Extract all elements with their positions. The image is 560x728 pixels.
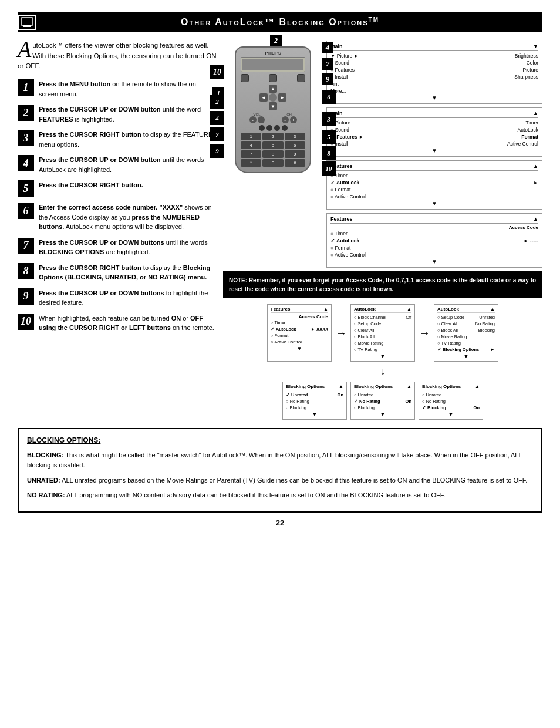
- step-text-10: When highlighted, each feature can be tu…: [39, 314, 217, 333]
- step-text-8: Press the CURSOR RIGHT button to display…: [39, 263, 217, 282]
- btn-0[interactable]: 0: [262, 159, 283, 167]
- overlay-7-b: 7: [210, 127, 224, 141]
- step-number-2: 2: [18, 105, 34, 121]
- ch-btns: - +: [282, 116, 297, 123]
- bm3-arrow: ▲: [490, 306, 495, 312]
- btn-star[interactable]: *: [241, 159, 261, 167]
- step-number-8: 8: [18, 263, 34, 279]
- stop-btn[interactable]: [282, 125, 288, 131]
- bm2-mr: ○ Movie Rating: [354, 340, 411, 346]
- step-text-2: Press the CURSOR UP or DOWN button until…: [39, 105, 217, 124]
- btn-7[interactable]: 7: [241, 150, 261, 158]
- menu-item-install2: ○ Install Active Control: [330, 140, 538, 147]
- remote-brand: PHILIPS: [241, 51, 305, 55]
- step-text-5: Press the CURSOR RIGHT button.: [39, 180, 143, 190]
- bm-active: ○ Active Control: [271, 339, 328, 345]
- blocking-opts-1: Blocking Options ▲ ✓ Unrated On ○ No Rat…: [282, 382, 347, 420]
- bo2-nr-label: ✓ No Rating: [354, 399, 380, 404]
- bottom-row-1: Features ▲ Access Code ○ Timer ✓ AutoLoc…: [223, 304, 542, 362]
- cursor-down[interactable]: ▼: [269, 102, 277, 110]
- overlay-4: 4: [322, 42, 333, 53]
- step-9: 9 Press the CURSOR UP or DOWN buttons to…: [18, 288, 217, 308]
- btn-1[interactable]: 1: [241, 133, 261, 140]
- blocking-opts-3: Blocking Options ▲ ○ Unrated ○ No Rating…: [419, 382, 483, 420]
- step-number-6: 6: [18, 203, 34, 219]
- cursor-left[interactable]: ◄: [259, 93, 268, 102]
- cursor-up[interactable]: ▲: [269, 85, 277, 93]
- btn-6[interactable]: 6: [285, 141, 305, 149]
- bm3-title: AutoLock ▲: [437, 306, 495, 313]
- bo1-down: ▼: [286, 411, 343, 417]
- btn-8[interactable]: 8: [262, 150, 283, 158]
- bm3-ba-right: Blocking: [478, 328, 495, 333]
- menu-arrow: ▼: [533, 43, 538, 49]
- step-6: 6 Enter the correct access code number. …: [18, 203, 217, 232]
- menu-title-main1: Main ▼: [330, 43, 538, 51]
- remote-btn-exit[interactable]: [297, 74, 305, 82]
- step-8: 8 Press the CURSOR RIGHT button to displ…: [18, 263, 217, 282]
- bo3-bl-right: On: [474, 405, 480, 410]
- step-number-5: 5: [18, 180, 34, 197]
- feat-timer: ○ Timer: [330, 172, 538, 179]
- info-box: BLOCKING OPTIONS: BLOCKING: This is what…: [18, 428, 542, 513]
- info-blocking: BLOCKING: This is what might be called t…: [27, 450, 533, 471]
- btn-3[interactable]: 3: [285, 133, 305, 140]
- menu-title-main2: Main ▲: [330, 110, 538, 118]
- bm2-arrow: ▲: [407, 306, 411, 312]
- btn-4[interactable]: 4: [241, 141, 261, 149]
- menu-item-features2: ✓ Features ► Format: [330, 133, 538, 140]
- remote-screen: [241, 57, 305, 72]
- bm-down: ▼: [271, 345, 328, 352]
- overlay-7: 7: [322, 58, 333, 70]
- bo2-name: Blocking Options: [354, 384, 393, 389]
- item-right: Timer: [526, 120, 538, 126]
- btn-9[interactable]: 9: [285, 150, 305, 158]
- right-column: 2 4 7 9 1 10 3 5 8 10 2 4 7 9 6: [223, 41, 542, 420]
- note-text: Remember, if you ever forget your Access…: [229, 277, 536, 292]
- step-2: 2 Press the CURSOR UP or DOWN button unt…: [18, 105, 217, 124]
- overlay-2-b: 2: [210, 95, 224, 109]
- feat2-active: ○ Active Control: [330, 251, 538, 258]
- title-bar: Other AutoLock™ Blocking OptionsTM: [18, 12, 542, 32]
- btn-5[interactable]: 5: [262, 141, 283, 149]
- menu-name: Features: [330, 216, 353, 222]
- transport-row: [241, 125, 305, 131]
- vol-plus[interactable]: +: [258, 116, 265, 123]
- remote-btn-menu[interactable]: [241, 74, 249, 82]
- cursor-right[interactable]: ►: [278, 93, 286, 102]
- bm3-ca: ○ Clear All No Rating: [437, 321, 495, 327]
- bm3-bo-label: ✓ Blocking Options: [437, 347, 479, 352]
- item-right: AutoLock: [518, 127, 538, 133]
- play-btn[interactable]: [266, 125, 272, 131]
- step-1: 1 Press the MENU button on the remote to…: [18, 79, 217, 99]
- btn-hash[interactable]: #: [285, 159, 305, 167]
- info-unrated-def: ALL unrated programs based on the Movie …: [62, 477, 527, 484]
- btn-2[interactable]: 2: [262, 133, 283, 140]
- bm-autolock: ✓ AutoLock ► XXXX: [271, 326, 328, 332]
- bm-name: Features: [271, 306, 290, 312]
- menu-item-sound2: ○ Sound AutoLock: [330, 126, 538, 133]
- ch-plus[interactable]: +: [290, 116, 297, 123]
- rew-btn[interactable]: [259, 125, 265, 131]
- intro-body: utoLock™ offers the viewer other blockin…: [18, 42, 216, 69]
- access-code-label: Access Code: [330, 225, 538, 230]
- item-right: ► -----: [524, 238, 538, 244]
- menu-item-more: More...: [330, 87, 538, 95]
- ff-btn[interactable]: [274, 125, 280, 131]
- main-menu-2: Main ▲ ○ Picture Timer ○ Sound AutoLock: [326, 107, 542, 157]
- remote-btn-ok[interactable]: [269, 74, 277, 82]
- menu-item-picture2: ○ Picture Timer: [330, 119, 538, 126]
- overlay-5: 5: [322, 130, 336, 144]
- overlay-10-br: 10: [322, 161, 336, 176]
- vol-minus[interactable]: -: [249, 116, 257, 123]
- cursor-center[interactable]: [269, 93, 277, 102]
- bm2-bc-right: Off: [406, 315, 411, 320]
- bm3-ca-right: No Rating: [475, 321, 495, 326]
- ch-minus[interactable]: -: [282, 116, 289, 123]
- step-number-1: 1: [18, 79, 34, 96]
- bm-timer: ○ Timer: [271, 319, 328, 326]
- bo1-bl: ○ Blocking: [286, 405, 343, 411]
- step-10: 10 When highlighted, each feature can be…: [18, 314, 217, 333]
- svg-rect-1: [23, 25, 31, 27]
- features-menu-2: Features ▲ Access Code ○ Timer ✓ AutoLoc…: [326, 213, 542, 268]
